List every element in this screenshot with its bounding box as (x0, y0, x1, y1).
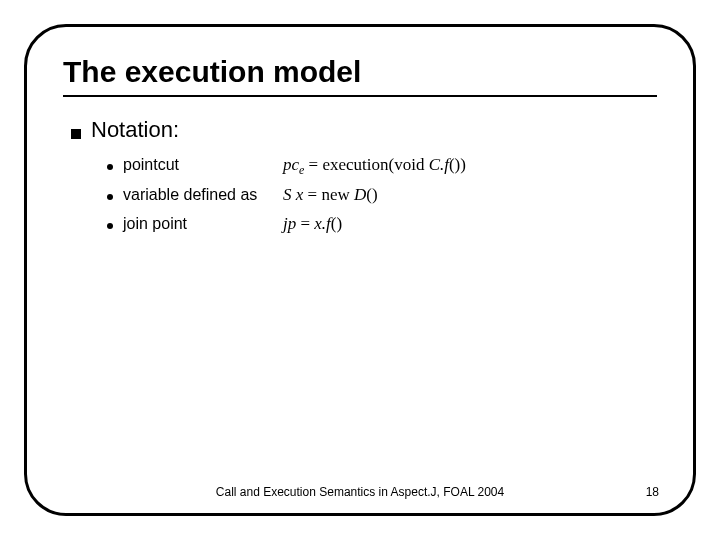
list-item: pointcut pce = execution(void C.f()) (107, 151, 657, 181)
square-bullet-icon (71, 129, 81, 139)
slide-title: The execution model (63, 55, 657, 97)
item-label: variable defined as (123, 181, 273, 208)
dot-bullet-icon (107, 194, 113, 200)
footer-text: Call and Execution Semantics in Aspect.J… (27, 485, 693, 499)
list-item: variable defined as S x = new D() (107, 181, 657, 210)
item-math: pce = execution(void C.f()) (283, 151, 466, 181)
slide-body: Notation: pointcut pce = execution(void … (63, 117, 657, 238)
page-number: 18 (646, 485, 659, 499)
notation-label: Notation: (91, 117, 179, 143)
dot-bullet-icon (107, 223, 113, 229)
dot-bullet-icon (107, 164, 113, 170)
notation-list: pointcut pce = execution(void C.f()) var… (71, 151, 657, 238)
notation-heading: Notation: (71, 117, 657, 143)
item-label: join point (123, 210, 273, 237)
slide-frame: The execution model Notation: pointcut p… (24, 24, 696, 516)
list-item: join point jp = x.f() (107, 210, 657, 239)
item-label: pointcut (123, 151, 273, 178)
item-math: S x = new D() (283, 181, 378, 210)
item-math: jp = x.f() (283, 210, 342, 239)
